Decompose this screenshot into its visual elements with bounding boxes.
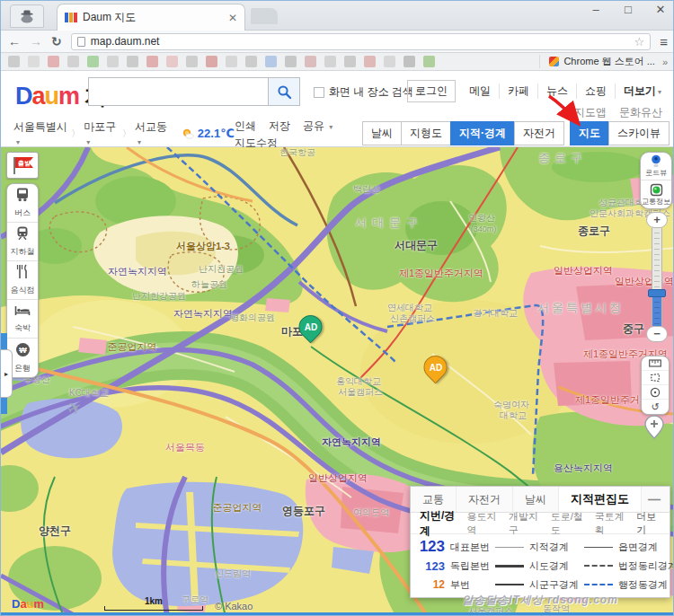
zoom-track-upper[interactable] xyxy=(652,228,662,289)
reload-icon[interactable]: ↻ xyxy=(51,34,62,48)
legend-more-link[interactable]: 더보기 xyxy=(636,510,661,537)
legend-subtab-도로/철도[interactable]: 도로/철도 xyxy=(551,510,585,537)
zoom-track-lower[interactable] xyxy=(652,297,662,326)
legend-subtab-용도지역[interactable]: 용도지역 xyxy=(467,510,500,537)
search-input[interactable] xyxy=(88,77,268,106)
logo-letter: a xyxy=(32,83,45,110)
maximize-button[interactable]: □ xyxy=(621,3,635,16)
chevron-down-icon: ▾ xyxy=(658,88,661,96)
map-button-지적·경계[interactable]: 지적·경계 xyxy=(450,121,515,145)
measure-area-button[interactable] xyxy=(642,371,669,385)
header-link-뉴스[interactable]: 뉴스 xyxy=(538,84,577,99)
breadcrumb-item[interactable]: 마포구▾ xyxy=(84,119,119,147)
legend-tab-날씨[interactable]: 날씨 xyxy=(513,487,559,512)
tool-숙박[interactable]: 숙박 xyxy=(7,300,38,339)
bookmark-favicon[interactable] xyxy=(226,56,237,67)
forward-icon[interactable]: → xyxy=(30,34,42,48)
legend-collapse-icon[interactable]: — xyxy=(648,492,661,506)
header-link-카페[interactable]: 카페 xyxy=(500,84,538,99)
tool-음식점[interactable]: 음식점 xyxy=(7,261,38,300)
map-button-날씨[interactable]: 날씨 xyxy=(362,121,402,145)
bookmark-favicon[interactable] xyxy=(364,56,376,67)
bookmark-favicon[interactable] xyxy=(48,56,59,67)
browser-tab[interactable]: Daum 지도 ✕ xyxy=(57,4,245,31)
bookmark-favicon[interactable] xyxy=(384,56,395,67)
map-label: 대학교 xyxy=(500,409,527,422)
map-button-자전거[interactable]: 자전거 xyxy=(514,121,564,145)
bookmark-favicon[interactable] xyxy=(285,56,297,67)
zoom-slider-handle[interactable] xyxy=(648,289,666,297)
toolbar-action-공유[interactable]: 공유 ▾ xyxy=(303,119,333,132)
toolbar-action-인쇄[interactable]: 인쇄 xyxy=(235,119,256,132)
toolbar-action-저장[interactable]: 저장 xyxy=(269,119,290,132)
bookmark-favicon[interactable] xyxy=(344,56,356,67)
bookmark-favicon[interactable] xyxy=(423,56,435,67)
url-text[interactable]: map.daum.net xyxy=(91,35,629,48)
bookmark-favicon[interactable] xyxy=(324,56,336,67)
minimize-button[interactable]: – xyxy=(589,3,603,16)
ad-marker[interactable]: AD xyxy=(299,315,324,345)
measure-reset-button[interactable]: ↺ xyxy=(642,400,669,414)
header-link-메일[interactable]: 메일 xyxy=(461,84,500,99)
traffic-button[interactable]: 교통정보 xyxy=(641,180,671,208)
bookmark-favicon[interactable] xyxy=(404,56,415,67)
bookmark-favicon[interactable] xyxy=(87,56,99,67)
view-mode-pill: 로드뷰 교통정보 xyxy=(640,152,672,209)
bookmark-favicon[interactable] xyxy=(265,56,277,67)
bookmark-favicon[interactable] xyxy=(166,56,178,67)
map-button-지형도[interactable]: 지형도 xyxy=(401,121,451,145)
bookmark-favicon[interactable] xyxy=(28,56,40,67)
zoom-out-button[interactable]: − xyxy=(646,326,668,342)
map-button-스카이뷰[interactable]: 스카이뷰 xyxy=(608,121,670,145)
weather-widget[interactable]: 22.1℃ xyxy=(181,127,235,140)
measure-radius-button[interactable] xyxy=(642,385,669,400)
breadcrumb-item[interactable]: 서울특별시▾ xyxy=(13,119,67,147)
ad-marker[interactable]: AD xyxy=(424,356,448,385)
header-link-쇼핑[interactable]: 쇼핑 xyxy=(577,84,616,99)
measure-distance-button[interactable] xyxy=(642,356,669,371)
bookmark-favicon[interactable] xyxy=(186,56,198,67)
panel-open-icon[interactable]: ▸ xyxy=(1,349,13,398)
tool-label: 은행 xyxy=(14,363,31,374)
search-in-view-checkbox[interactable]: 화면 내 장소 검색 xyxy=(314,84,413,100)
tab-close-icon[interactable]: ✕ xyxy=(228,12,237,24)
zoom-in-button[interactable]: + xyxy=(646,212,668,228)
bookmark-favicon[interactable] xyxy=(67,56,79,67)
bookmark-favicon[interactable] xyxy=(107,56,119,67)
bookmark-favicon[interactable] xyxy=(206,56,217,67)
new-tab-button[interactable] xyxy=(251,8,278,24)
site-header: Daum지도 화면 내 장소 검색 로그인메일카페뉴스쇼핑더보기▾ 지도앱문화유… xyxy=(1,71,674,120)
roadview-button[interactable]: 로드뷰 xyxy=(641,153,671,180)
chrome-store-bookmark[interactable]: Chrome 웹 스토어 ... xyxy=(539,55,658,68)
breadcrumb-item[interactable]: 서교동▾ xyxy=(135,119,170,147)
checkbox-icon[interactable] xyxy=(314,87,324,98)
bookmark-favicon[interactable] xyxy=(8,56,20,67)
bookmark-favicon[interactable] xyxy=(305,56,316,67)
address-bar[interactable]: map.daum.net ☆ xyxy=(71,33,652,50)
tool-버스[interactable]: 버스 xyxy=(7,184,38,223)
drop-pin-button[interactable] xyxy=(643,415,665,438)
tool-지하철[interactable]: 지하철 xyxy=(7,223,38,261)
map-button-지도[interactable]: 지도 xyxy=(570,121,609,145)
header-link-더보기[interactable]: 더보기▾ xyxy=(616,84,670,99)
legend-subtab-개발지구[interactable]: 개발지구 xyxy=(509,510,541,537)
map-canvas[interactable]: ✈ 한국항공난지천공원하늘공원난지한강공원서울상암1-3백련산서대문구서대문구인… xyxy=(1,147,674,616)
close-button[interactable]: ✕ xyxy=(653,3,668,16)
bookmark-star-icon[interactable]: ☆ xyxy=(634,35,645,48)
legend-tab-자전거[interactable]: 자전거 xyxy=(457,487,513,512)
breadcrumb-separator: 〉 xyxy=(122,128,131,140)
logo-letter: D xyxy=(15,83,32,110)
browser-menu-icon[interactable]: ≡ xyxy=(660,34,668,49)
bookmark-favicon[interactable] xyxy=(146,56,158,67)
bookmark-favicon[interactable] xyxy=(245,56,257,67)
bookmark-favicon[interactable] xyxy=(127,56,138,67)
legend-tab-지적편집도[interactable]: 지적편집도 xyxy=(559,487,642,512)
legend-subtab-국토계획[interactable]: 국토계획 xyxy=(595,510,627,537)
bookmarks-overflow-icon[interactable]: » xyxy=(662,57,668,67)
header-link-로그인[interactable]: 로그인 xyxy=(407,80,456,102)
profile-icon[interactable] xyxy=(10,4,44,28)
legend-subtab-지번/경계[interactable]: 지번/경계 xyxy=(420,508,457,539)
search-button[interactable] xyxy=(268,77,300,106)
back-icon[interactable]: ← xyxy=(8,34,21,48)
route-start-button[interactable]: 출발 xyxy=(6,152,39,179)
